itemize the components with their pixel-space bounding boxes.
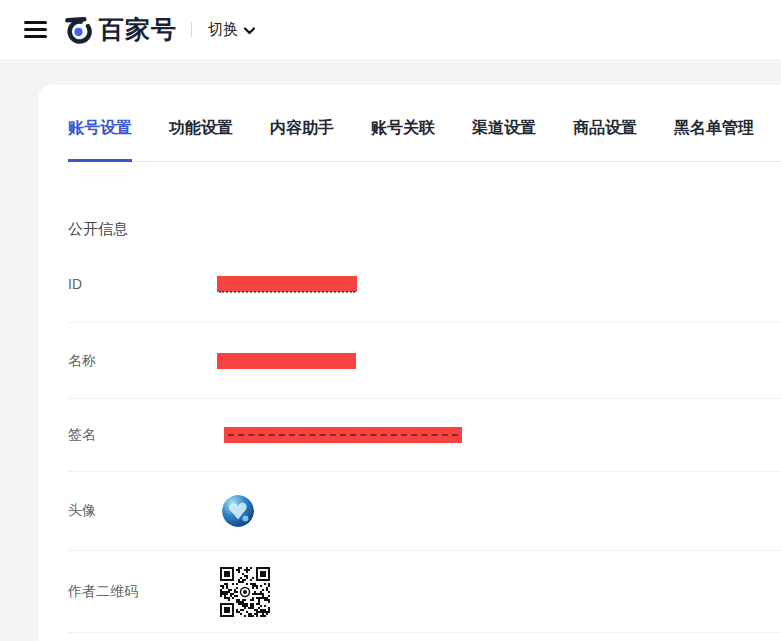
logo-text: 百家号 [99,13,177,46]
avatar-image[interactable] [222,495,254,527]
redacted-name-value [217,353,356,369]
redacted-id-value [217,276,357,292]
menu-icon[interactable] [24,21,47,38]
row-author-qrcode-label: 作者二维码 [68,583,217,601]
tab-blacklist-management[interactable]: 黑名单管理 [674,118,754,162]
tab-product-settings[interactable]: 商品设置 [573,118,637,162]
tab-function-settings[interactable]: 功能设置 [169,118,233,162]
tab-account-linking[interactable]: 账号关联 [371,118,435,162]
row-signature: 签名 [68,399,781,472]
row-signature-label: 签名 [68,426,217,444]
public-info-rows: ID 名称 签名 头像 [38,245,781,633]
switch-label: 切换 [208,20,238,39]
chevron-down-icon [244,27,255,35]
tabs-divider [68,161,781,162]
header-divider [191,22,192,37]
row-name: 名称 [68,323,781,399]
row-id: ID [68,245,781,323]
row-avatar-label: 头像 [68,502,217,520]
app-header: 百家号 切换 [0,0,781,59]
row-id-label: ID [68,276,217,292]
row-author-qrcode: 作者二维码 [68,551,781,633]
baijiahao-logo[interactable]: 百家号 [63,13,177,46]
account-switch-button[interactable]: 切换 [208,20,255,39]
redacted-signature-value [224,427,462,443]
baijiahao-logo-icon [63,14,94,45]
tab-channel-settings[interactable]: 渠道设置 [472,118,536,162]
row-avatar: 头像 [68,472,781,551]
qr-code [220,567,270,617]
settings-tabs: 账号设置 功能设置 内容助手 账号关联 渠道设置 商品设置 黑名单管理 [38,85,781,162]
section-title-public-info: 公开信息 [68,220,781,239]
tab-account-settings[interactable]: 账号设置 [68,118,132,162]
row-name-label: 名称 [68,352,217,370]
tab-content-assistant[interactable]: 内容助手 [270,118,334,162]
settings-card: 账号设置 功能设置 内容助手 账号关联 渠道设置 商品设置 黑名单管理 公开信息… [38,85,781,641]
